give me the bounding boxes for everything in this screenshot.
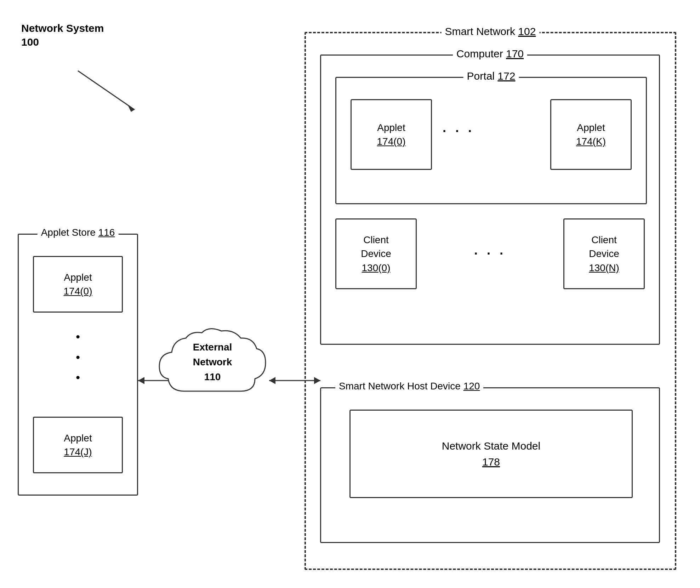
computer-number: 170 xyxy=(506,48,524,59)
nsm-box: Network State Model 178 xyxy=(349,410,633,498)
svg-line-0 xyxy=(78,71,135,110)
svg-marker-6 xyxy=(269,377,275,384)
client-device-0-number: 130(0) xyxy=(362,261,391,275)
smart-network-text: Smart Network xyxy=(445,25,515,37)
host-device-label: Smart Network Host Device 120 xyxy=(335,381,483,392)
applet-0-number: 174(0) xyxy=(377,135,406,148)
external-network-line1: External xyxy=(193,340,232,355)
external-network-label: External Network 110 xyxy=(193,340,232,384)
applet-k-number: 174(K) xyxy=(576,135,606,148)
external-network-container: External Network 110 xyxy=(156,319,269,418)
client-device-n-number: 130(N) xyxy=(589,261,619,275)
external-network-line2: Network xyxy=(193,355,232,370)
client-device-n-box: Client Device 130(N) xyxy=(563,218,645,289)
svg-marker-1 xyxy=(127,104,135,112)
applet-0-text: Applet xyxy=(377,121,405,135)
portal-label: Portal 172 xyxy=(463,70,519,82)
applet-store-text: Applet Store xyxy=(41,227,96,238)
applet-store-j-number: 174(J) xyxy=(64,445,92,459)
computer-text: Computer xyxy=(456,48,503,59)
external-network-number: 110 xyxy=(193,370,232,384)
applet-store-dots: • • • xyxy=(76,327,80,388)
applet-dots: · · · xyxy=(443,124,474,139)
applet-k-box: Applet 174(K) xyxy=(550,99,632,170)
applet-store-box: Applet Store 116 Applet 174(0) • • • App… xyxy=(18,234,138,496)
portal-number: 172 xyxy=(497,70,515,82)
applet-store-j-box: Applet 174(J) xyxy=(33,417,123,473)
client-device-n-line1: Client xyxy=(591,233,617,247)
applet-store-j-text: Applet xyxy=(64,431,92,445)
applet-store-0-number: 174(0) xyxy=(64,284,92,298)
host-device-number: 120 xyxy=(463,381,480,392)
client-device-dots: · · · xyxy=(474,246,506,261)
host-device-box: Smart Network Host Device 120 Network St… xyxy=(320,387,660,543)
client-device-0-box: Client Device 130(0) xyxy=(335,218,417,289)
network-system-number: 100 xyxy=(21,35,104,49)
smart-network-label: Smart Network 102 xyxy=(442,25,540,38)
computer-box: Computer 170 Portal 172 Applet 174(0) · … xyxy=(320,55,660,345)
applet-store-0-text: Applet xyxy=(64,270,92,284)
applet-k-text: Applet xyxy=(577,121,605,135)
client-device-0-line1: Client xyxy=(363,233,389,247)
diagram: Network System 100 Smart Network 102 Com… xyxy=(0,0,700,588)
nsm-text: Network State Model xyxy=(442,438,540,454)
smart-network-number: 102 xyxy=(518,25,536,37)
client-device-0-line2: Device xyxy=(361,247,391,261)
nsm-number: 178 xyxy=(482,454,500,470)
applet-store-0-box: Applet 174(0) xyxy=(33,256,123,313)
applet-0-box: Applet 174(0) xyxy=(351,99,432,170)
svg-marker-3 xyxy=(138,377,144,384)
applet-store-number: 116 xyxy=(98,227,115,238)
applet-store-label: Applet Store 116 xyxy=(38,227,119,238)
portal-text: Portal xyxy=(467,70,495,82)
client-device-n-line2: Device xyxy=(589,247,619,261)
portal-box: Portal 172 Applet 174(0) · · · Applet 17… xyxy=(335,77,647,204)
computer-label: Computer 170 xyxy=(453,48,527,60)
network-system-text: Network System xyxy=(21,21,104,35)
host-device-text: Smart Network Host Device xyxy=(339,381,461,392)
network-system-label: Network System 100 xyxy=(21,21,104,49)
smart-network-box: Smart Network 102 Computer 170 Portal 17… xyxy=(305,32,676,570)
